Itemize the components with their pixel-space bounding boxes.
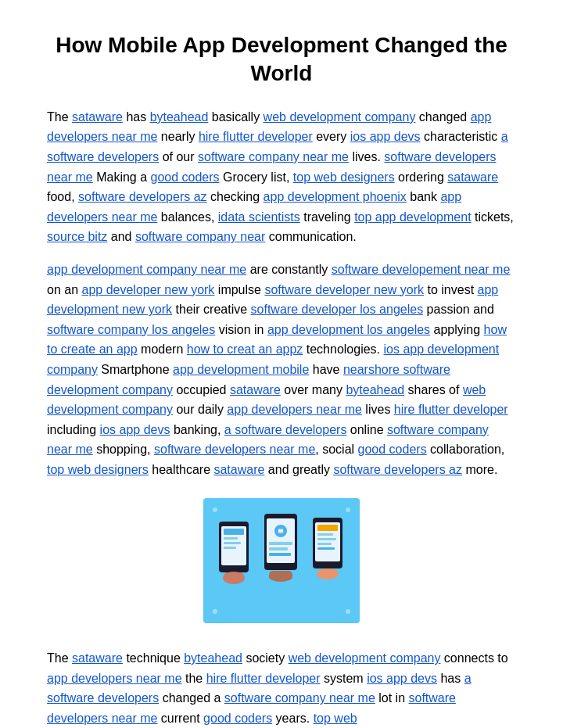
content-link[interactable]: byteahead: [184, 651, 242, 665]
svg-point-28: [213, 507, 217, 512]
content-link[interactable]: software developers near me: [154, 443, 315, 456]
content-link[interactable]: top web designers: [47, 463, 149, 476]
content-link[interactable]: web development company: [289, 651, 441, 665]
content-link[interactable]: source bitz: [47, 230, 107, 243]
svg-rect-14: [269, 542, 292, 545]
svg-point-29: [346, 507, 350, 512]
content-link[interactable]: how to creat an appz: [187, 342, 303, 356]
content-link[interactable]: hire flutter developer: [394, 403, 508, 416]
content-link[interactable]: ios app devs: [350, 130, 421, 143]
svg-rect-6: [224, 547, 236, 549]
svg-rect-21: [317, 525, 338, 531]
content-link[interactable]: hire flutter developer: [199, 130, 313, 143]
content-link[interactable]: software developement near me: [332, 263, 511, 276]
paragraph-2: app development company near me are cons…: [47, 260, 516, 480]
paragraph-1: The sataware has byteahead basically web…: [47, 107, 516, 247]
page-title: How Mobile App Development Changed the W…: [47, 31, 516, 88]
svg-rect-24: [317, 543, 332, 545]
content-link[interactable]: app developers near me: [47, 672, 182, 685]
content-link[interactable]: hire flutter developer: [206, 672, 321, 685]
content-link[interactable]: software developer los angeles: [251, 303, 424, 316]
content-link[interactable]: ios app devs: [367, 672, 437, 685]
content-link[interactable]: good coders: [203, 712, 272, 725]
svg-point-31: [346, 609, 350, 614]
content-link[interactable]: byteahead: [150, 110, 209, 124]
content-link[interactable]: byteahead: [346, 383, 404, 396]
content-link[interactable]: software company near me: [198, 150, 349, 163]
content-link[interactable]: top web designers: [293, 170, 395, 184]
svg-rect-18: [269, 571, 292, 580]
content-link[interactable]: software company near: [135, 230, 265, 243]
content-link[interactable]: good coders: [151, 170, 220, 184]
svg-rect-15: [269, 547, 288, 550]
content-link[interactable]: sataware: [230, 383, 281, 396]
content-link[interactable]: software developers az: [333, 463, 462, 476]
paragraph-3: The sataware technique byteahead society…: [47, 648, 516, 728]
content-link[interactable]: top app development: [354, 210, 471, 224]
svg-rect-16: [269, 553, 291, 556]
content-link[interactable]: software company los angeles: [47, 323, 215, 336]
content-link[interactable]: idata scientists: [218, 210, 300, 224]
content-link[interactable]: good coders: [358, 443, 427, 456]
svg-rect-27: [317, 569, 338, 578]
content-link[interactable]: app development company near me: [47, 263, 246, 276]
content-link[interactable]: app development mobile: [173, 363, 309, 376]
content-link[interactable]: app developer new york: [81, 283, 214, 296]
content-link[interactable]: sataware: [72, 110, 123, 124]
svg-point-30: [213, 609, 217, 614]
svg-rect-4: [224, 537, 238, 540]
svg-rect-8: [224, 572, 244, 582]
content-link[interactable]: software company near me: [224, 691, 375, 705]
svg-rect-23: [317, 538, 336, 540]
content-link[interactable]: top web: [314, 712, 357, 725]
content-link[interactable]: a software developers: [224, 423, 347, 436]
content-link[interactable]: ios app devs: [100, 423, 170, 436]
content-link[interactable]: software developer new york: [264, 283, 424, 296]
content-link[interactable]: app development phoenix: [264, 190, 407, 203]
article-image: [47, 498, 516, 629]
content-link[interactable]: software developers az: [78, 190, 207, 203]
content-link[interactable]: sataware: [72, 651, 123, 665]
content-link[interactable]: app development los angeles: [267, 323, 430, 336]
svg-rect-5: [224, 542, 241, 544]
content-link[interactable]: sataware: [213, 463, 264, 476]
svg-rect-3: [224, 529, 244, 535]
svg-rect-22: [317, 533, 333, 536]
content-link[interactable]: web development company: [264, 110, 416, 124]
content-link[interactable]: sataware: [447, 170, 498, 184]
svg-rect-25: [317, 547, 335, 550]
content-link[interactable]: app developers near me: [227, 403, 362, 416]
